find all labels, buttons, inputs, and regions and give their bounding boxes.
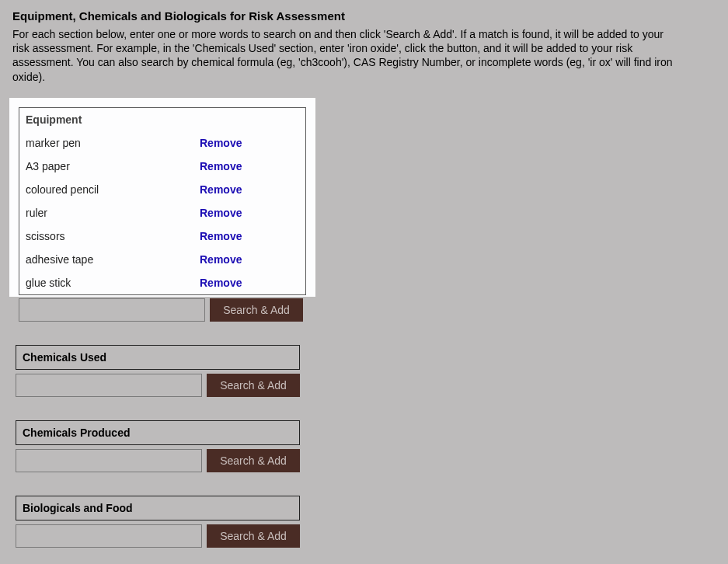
section-chemicals-used: Chemicals Used Search & Add	[16, 345, 716, 397]
chemicals-used-search-row: Search & Add	[16, 374, 716, 397]
equipment-item-name: scissors	[26, 230, 200, 242]
remove-link[interactable]: Remove	[200, 183, 242, 196]
biologicals-search-add-button[interactable]: Search & Add	[207, 524, 300, 548]
remove-link[interactable]: Remove	[200, 160, 242, 172]
remove-link[interactable]: Remove	[200, 207, 242, 219]
equipment-item-row: glue stick Remove	[19, 271, 305, 294]
biologicals-search-row: Search & Add	[16, 524, 716, 548]
chemicals-used-search-add-button[interactable]: Search & Add	[207, 374, 300, 397]
chemicals-used-panel: Chemicals Used	[16, 345, 300, 370]
equipment-item-name: coloured pencil	[26, 183, 200, 196]
equipment-highlight-wrapper: Equipment marker pen Remove A3 paper Rem…	[9, 98, 315, 297]
remove-link[interactable]: Remove	[200, 230, 242, 242]
page-title: Equipment, Chemicals and Biologicals for…	[12, 9, 716, 23]
equipment-panel-title: Equipment	[19, 108, 305, 131]
biologicals-panel-title: Biologicals and Food	[16, 496, 299, 520]
remove-link[interactable]: Remove	[200, 137, 242, 149]
equipment-item-row: scissors Remove	[19, 225, 305, 248]
section-equipment: Equipment marker pen Remove A3 paper Rem…	[12, 98, 716, 322]
equipment-item-name: glue stick	[26, 277, 200, 289]
risk-assessment-page: Equipment, Chemicals and Biologicals for…	[0, 0, 728, 548]
equipment-search-add-button[interactable]: Search & Add	[210, 298, 303, 322]
chemicals-produced-panel: Chemicals Produced	[16, 420, 300, 445]
remove-link[interactable]: Remove	[200, 277, 242, 289]
chemicals-used-panel-title: Chemicals Used	[16, 346, 299, 369]
equipment-panel: Equipment marker pen Remove A3 paper Rem…	[19, 107, 306, 295]
equipment-item-name: marker pen	[26, 137, 200, 149]
equipment-item-name: A3 paper	[26, 160, 200, 172]
equipment-item-row: marker pen Remove	[19, 131, 305, 155]
remove-link[interactable]: Remove	[200, 253, 242, 266]
chemicals-produced-search-row: Search & Add	[16, 449, 716, 472]
chemicals-produced-panel-title: Chemicals Produced	[16, 421, 299, 444]
section-chemicals-produced: Chemicals Produced Search & Add	[16, 420, 716, 472]
biologicals-panel: Biologicals and Food	[16, 496, 300, 520]
intro-text: For each section below, enter one or mor…	[12, 27, 681, 84]
equipment-search-input[interactable]	[19, 298, 205, 322]
equipment-item-row: ruler Remove	[19, 201, 305, 225]
chemicals-produced-search-add-button[interactable]: Search & Add	[207, 449, 300, 472]
equipment-item-name: adhesive tape	[26, 253, 200, 266]
biologicals-search-input[interactable]	[16, 524, 202, 548]
chemicals-used-search-input[interactable]	[16, 374, 202, 397]
equipment-search-row: Search & Add	[19, 298, 716, 322]
chemicals-produced-search-input[interactable]	[16, 449, 202, 472]
equipment-item-row: coloured pencil Remove	[19, 178, 305, 201]
section-biologicals: Biologicals and Food Search & Add	[16, 496, 716, 548]
equipment-item-row: A3 paper Remove	[19, 155, 305, 178]
equipment-item-name: ruler	[26, 207, 200, 219]
equipment-item-row: adhesive tape Remove	[19, 248, 305, 271]
